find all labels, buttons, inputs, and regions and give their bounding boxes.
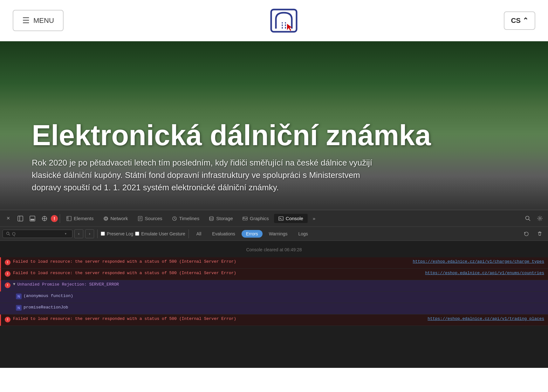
- function-label: promiseReactionJob: [24, 305, 68, 310]
- network-icon: [103, 216, 108, 221]
- console-entry: ! Failed to load resource: the server re…: [0, 314, 548, 326]
- error-text: Failed to load resource: the server resp…: [13, 316, 421, 321]
- dock-icon: [30, 216, 35, 221]
- filter-evaluations-button[interactable]: Evaluations: [208, 230, 239, 238]
- search-dropdown-icon: ▾: [65, 232, 66, 235]
- tab-timelines-label: Timelines: [179, 216, 200, 221]
- close-devtools-button[interactable]: ×: [3, 213, 14, 224]
- language-button[interactable]: CS ⌃: [504, 11, 535, 30]
- error-text: Failed to load resource: the server resp…: [13, 259, 407, 264]
- error-link[interactable]: https://eshop.edalnice.cz/api/v1/charges…: [413, 259, 544, 264]
- error-icon: !: [5, 260, 10, 265]
- svg-line-28: [529, 219, 530, 221]
- more-tabs-label: »: [313, 216, 315, 221]
- next-button[interactable]: ›: [85, 229, 94, 238]
- site-header: ☰ MENU CS ⌃: [0, 0, 548, 41]
- console-entry: ! Failed to load resource: the server re…: [0, 257, 548, 269]
- svg-point-22: [209, 216, 213, 218]
- tab-network[interactable]: Network: [99, 214, 133, 223]
- filter-errors-button[interactable]: Errors: [242, 230, 263, 238]
- filter-warnings-label: Warnings: [269, 231, 288, 236]
- toolbar-separator: [60, 214, 60, 223]
- console-content: Console cleared at 06:49:28 ! Failed to …: [0, 241, 548, 368]
- error-badge-icon: !: [54, 216, 55, 221]
- hero-section: Elektronická dálniční známka Rok 2020 je…: [0, 41, 548, 210]
- preserve-log-input[interactable]: [101, 232, 105, 236]
- console-filter-bar: ▾ ‹ › Preserve Log Emulate User Gesture …: [0, 227, 548, 241]
- elements-icon: [66, 216, 72, 221]
- error-text: Failed to load resource: the server resp…: [13, 271, 419, 275]
- prev-button[interactable]: ‹: [74, 229, 83, 238]
- emulate-gesture-label: Emulate User Gesture: [141, 231, 185, 236]
- logo-area: [268, 5, 300, 37]
- tab-sources-label: Sources: [145, 216, 162, 221]
- tab-network-label: Network: [111, 216, 128, 221]
- error-link[interactable]: https://eshop.edalnice.cz/api/v1/trading…: [428, 316, 544, 321]
- console-icon: [278, 216, 284, 221]
- language-label: CS: [511, 17, 521, 25]
- tab-storage[interactable]: Storage: [204, 214, 237, 223]
- dock-button[interactable]: [27, 213, 38, 224]
- svg-line-21: [175, 219, 175, 219]
- devtools-toolbar: × !: [0, 210, 548, 227]
- refresh-icon: [524, 231, 529, 236]
- filter-separator-1: [97, 229, 98, 238]
- svg-line-31: [9, 234, 10, 236]
- filter-separator-2: [188, 229, 189, 238]
- tab-console[interactable]: Console: [274, 214, 308, 223]
- filter-all-button[interactable]: All: [192, 230, 206, 238]
- storage-icon: [209, 216, 214, 221]
- hero-content: Elektronická dálniční známka Rok 2020 je…: [32, 120, 516, 194]
- filter-logs-button[interactable]: Logs: [294, 230, 312, 238]
- n-badge: N: [16, 294, 22, 299]
- tab-sources[interactable]: Sources: [133, 214, 167, 223]
- tab-elements[interactable]: Elements: [62, 214, 98, 223]
- svg-rect-3: [18, 216, 23, 221]
- search-input[interactable]: [12, 231, 63, 236]
- clear-console-button[interactable]: [534, 228, 545, 240]
- settings-button[interactable]: [534, 213, 545, 224]
- tab-storage-label: Storage: [216, 216, 233, 221]
- error-text: Unhandled Promise Rejection: SERVER_ERRO…: [17, 282, 119, 287]
- error-badge: !: [51, 215, 58, 222]
- tab-graphics[interactable]: Graphics: [238, 214, 273, 223]
- console-search-box[interactable]: ▾: [3, 230, 72, 238]
- tab-timelines[interactable]: Timelines: [168, 214, 204, 223]
- inspect-button[interactable]: [39, 213, 50, 224]
- graphics-icon: [243, 216, 248, 221]
- filter-warnings-button[interactable]: Warnings: [264, 230, 292, 238]
- svg-point-24: [243, 217, 244, 218]
- tab-elements-label: Elements: [74, 216, 94, 221]
- preserve-log-label: Preserve Log: [107, 231, 133, 236]
- console-entry: ! Failed to load resource: the server re…: [0, 269, 548, 280]
- devtools-panel: × !: [0, 210, 548, 368]
- console-entry-nested: N (anonymous function): [0, 292, 548, 303]
- hero-title: Elektronická dálniční známka: [32, 120, 516, 151]
- filter-all-label: All: [196, 231, 202, 236]
- console-entry-expanded: ! ▼ Unhandled Promise Rejection: SERVER_…: [0, 280, 548, 292]
- search-button[interactable]: [522, 213, 533, 224]
- menu-button[interactable]: ☰ MENU: [13, 10, 64, 31]
- svg-rect-10: [67, 216, 71, 221]
- menu-label: MENU: [33, 17, 54, 25]
- error-icon: !: [5, 282, 10, 288]
- preserve-log-checkbox[interactable]: Preserve Log: [101, 231, 133, 236]
- emulate-gesture-checkbox[interactable]: Emulate User Gesture: [135, 231, 185, 236]
- split-view-button[interactable]: [15, 213, 26, 224]
- refresh-console-button[interactable]: [521, 228, 532, 240]
- search-input-icon: [6, 232, 10, 236]
- expand-arrow[interactable]: ▼: [13, 282, 15, 287]
- timelines-icon: [172, 216, 177, 221]
- emulate-gesture-input[interactable]: [135, 232, 139, 236]
- svg-point-29: [539, 218, 541, 219]
- tab-more[interactable]: »: [308, 214, 320, 223]
- hero-description: Rok 2020 je po pětadvaceti letech tím po…: [32, 157, 381, 194]
- chevron-down-icon: ⌃: [523, 17, 528, 25]
- filter-evaluations-label: Evaluations: [212, 231, 235, 236]
- error-link[interactable]: https://eshop.edalnice.cz/api/v1/enums/c…: [425, 271, 544, 275]
- settings-icon: [537, 216, 543, 221]
- inspect-icon: [42, 216, 47, 221]
- sources-icon: [138, 216, 143, 221]
- filter-logs-label: Logs: [298, 231, 308, 236]
- svg-rect-6: [31, 219, 34, 220]
